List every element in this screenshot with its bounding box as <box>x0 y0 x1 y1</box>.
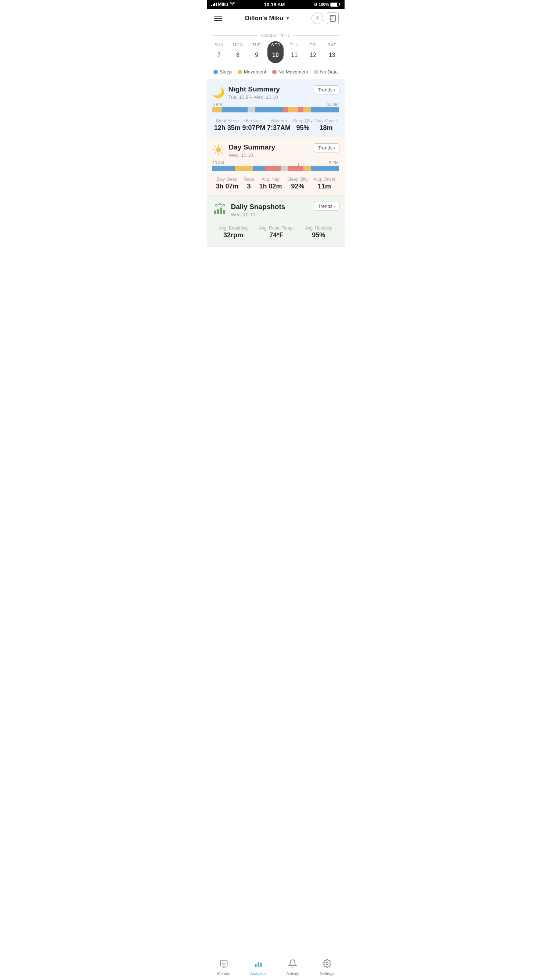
day-number: 11 <box>288 48 301 62</box>
stat-value: 95% <box>296 124 310 132</box>
night-stat: Night Sleep 12h 35m <box>214 118 240 132</box>
stat-label: Avg. Onset <box>315 118 337 123</box>
day-trends-arrow-icon: › <box>334 145 335 151</box>
stat-value: 92% <box>291 183 304 190</box>
legend-item: Sleep <box>213 69 232 75</box>
legend: Sleep Movement No Movement No Data <box>207 66 344 80</box>
day-seg-nomovement-2 <box>288 165 304 171</box>
header: Dillon's Miku ▼ ? <box>207 9 344 28</box>
day-item-mon[interactable]: MON 8 <box>229 41 246 63</box>
stat-label: Avg. Room Temp. <box>259 226 294 231</box>
month-label: October 2017 <box>209 33 342 38</box>
stat-label: Avg. Breathing <box>219 226 248 231</box>
snapshots-card-header: Daily Snapshots Wed, 10.10 Trends › <box>212 202 339 219</box>
battery-percent: 100% <box>318 2 329 6</box>
stat-label: Night Sleep <box>216 118 239 123</box>
svg-line-14 <box>221 146 222 147</box>
seg-nomovement-1 <box>283 107 288 112</box>
day-seg-nomovement-1 <box>265 165 281 171</box>
snapshots-trends-label: Trends <box>318 204 333 209</box>
legend-item: No Data <box>314 69 338 75</box>
dropdown-arrow-icon: ▼ <box>285 16 290 21</box>
day-number: 10 <box>269 48 282 62</box>
day-summary-title: Day Summary <box>229 143 276 152</box>
day-stat: Avg. Nap 1h 02m <box>260 177 282 190</box>
seg-movement-1 <box>212 107 222 112</box>
device-name: Dillon's Miku <box>245 15 283 22</box>
snapshot-stat: Avg. Humidity 95% <box>305 226 332 239</box>
stat-value: 18m <box>320 124 333 132</box>
seg-nodata-1 <box>248 107 255 112</box>
legend-label: Sleep <box>220 69 232 75</box>
day-seg-sleep-3 <box>311 165 339 171</box>
day-stat: Sleep Qlty. 92% <box>287 177 309 190</box>
day-seg-nodata-1 <box>281 165 288 171</box>
day-item-thu[interactable]: THU 11 <box>286 41 302 63</box>
night-trends-button[interactable]: Trends › <box>314 85 339 94</box>
seg-sleep-2 <box>255 107 283 112</box>
day-number: 8 <box>231 48 244 62</box>
moon-icon: 🌙 <box>212 88 225 98</box>
stat-label: Sleep Qlty. <box>287 177 309 182</box>
night-trends-arrow-icon: › <box>334 87 335 92</box>
stat-label: Sleep Qlty. <box>292 118 314 123</box>
day-name: THU <box>290 43 299 47</box>
stat-value: 3 <box>247 183 251 190</box>
day-item-fri[interactable]: FRI 12 <box>305 41 322 63</box>
day-name: WED <box>270 43 280 47</box>
day-seg-sleep-1 <box>212 165 235 171</box>
seg-sleep-3 <box>311 107 339 112</box>
day-number: 7 <box>212 48 226 62</box>
day-timeline-bar <box>212 165 339 171</box>
svg-rect-16 <box>214 210 217 214</box>
day-end-time: 5 PM <box>329 161 339 165</box>
night-timeline-bar <box>212 107 339 112</box>
menu-button[interactable] <box>213 14 224 22</box>
night-stat: Bedtime 9:07PM <box>242 118 265 132</box>
day-item-sun[interactable]: SUN 7 <box>211 41 227 63</box>
stat-label: Bedtime <box>246 118 262 123</box>
header-title[interactable]: Dillon's Miku ▼ <box>245 15 290 22</box>
stat-label: Naps <box>244 177 254 182</box>
day-item-wed[interactable]: WED 10 <box>268 41 283 63</box>
help-icon: ? <box>316 16 319 21</box>
day-item-tue[interactable]: TUE 9 <box>249 41 265 63</box>
day-card-header: Day Summary Wed, 10.10 Trends › <box>212 143 339 158</box>
day-item-sat[interactable]: SAT 13 <box>324 41 340 63</box>
day-seg-movement-2 <box>303 165 311 171</box>
svg-point-20 <box>215 204 217 206</box>
day-seg-movement-1 <box>235 165 253 171</box>
tick-1 <box>286 105 286 107</box>
snapshot-stat: Avg. Room Temp. 74°F <box>259 226 294 239</box>
status-time: 10:18 AM <box>264 2 285 7</box>
svg-point-22 <box>223 204 225 206</box>
snapshots-title: Daily Snapshots <box>231 203 285 211</box>
day-stat: Naps 3 <box>244 177 254 190</box>
day-summary-card: Day Summary Wed, 10.10 Trends › 10 AM 5 … <box>207 137 344 196</box>
legend-label: No Movement <box>279 69 308 75</box>
day-stat: Avg. Onset 11m <box>313 177 335 190</box>
snapshots-icon <box>212 202 228 219</box>
svg-line-24 <box>221 204 223 205</box>
snapshot-stat: Avg. Breathing 32rpm <box>219 226 248 239</box>
night-timeline-labels: 5 PM 10 AM <box>212 102 339 107</box>
legend-label: No Data <box>320 69 338 75</box>
stat-label: Avg. Onset <box>313 177 335 182</box>
night-stats-row: Night Sleep 12h 35m Bedtime 9:07PM Wakeu… <box>212 114 339 137</box>
stat-value: 9:07PM <box>242 124 265 132</box>
day-card-title-group: Day Summary Wed, 10.10 <box>212 143 276 158</box>
stat-label: Avg. Nap <box>261 177 280 182</box>
snapshots-title-group: Daily Snapshots Wed, 10.10 <box>212 202 285 219</box>
seg-sleep-1 <box>222 107 247 112</box>
snapshots-subtitle: Wed, 10.10 <box>231 212 285 218</box>
svg-point-7 <box>216 147 221 153</box>
day-trends-button[interactable]: Trends › <box>314 143 339 153</box>
svg-rect-18 <box>220 208 222 214</box>
notes-button[interactable] <box>327 13 339 24</box>
stat-value: 74°F <box>269 231 283 239</box>
snapshots-trends-button[interactable]: Trends › <box>314 202 339 211</box>
battery-icon <box>330 3 340 6</box>
day-name: FRI <box>310 43 317 47</box>
stat-label: Day Sleep <box>217 177 237 182</box>
help-button[interactable]: ? <box>312 13 323 24</box>
